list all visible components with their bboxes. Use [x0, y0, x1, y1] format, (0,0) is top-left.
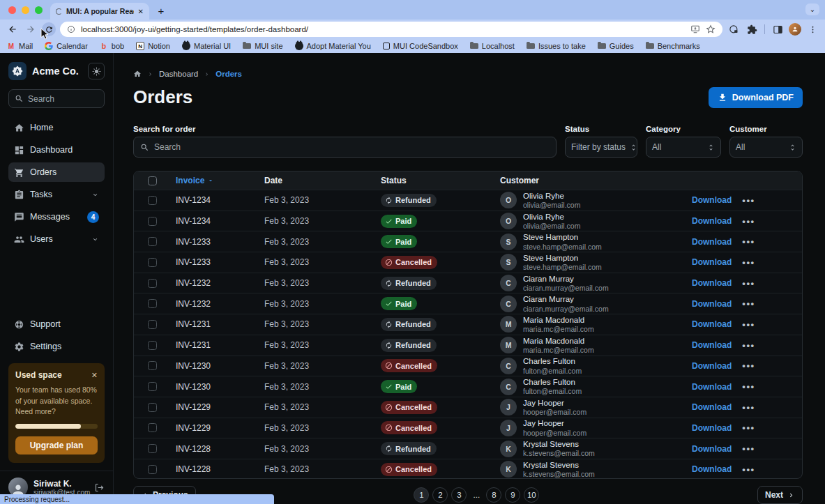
row-checkbox[interactable] [148, 465, 157, 474]
sidebar-item-tasks[interactable]: Tasks [8, 185, 105, 204]
browser-tab[interactable]: MUI: A popular React UI fram ✕ [50, 3, 149, 20]
download-link[interactable]: Download [692, 361, 732, 371]
row-checkbox[interactable] [148, 361, 157, 370]
install-icon[interactable] [690, 24, 700, 34]
row-menu-icon[interactable]: ••• [742, 381, 755, 392]
site-info-icon[interactable] [67, 25, 75, 33]
row-checkbox[interactable] [148, 217, 157, 226]
page-button-8[interactable]: 8 [486, 487, 501, 503]
breadcrumb-dashboard[interactable]: Dashboard [159, 70, 198, 78]
bookmark-item[interactable]: Adopt Material You [295, 42, 371, 50]
close-window-button[interactable] [8, 6, 16, 14]
browser-menu-icon[interactable] [805, 22, 819, 36]
page-button-2[interactable]: 2 [432, 487, 448, 503]
sidebar-item-orders[interactable]: Orders [8, 162, 105, 182]
bookmark-item[interactable]: Benchmarks [646, 42, 700, 50]
profile-avatar[interactable] [789, 23, 801, 36]
url-bar[interactable]: localhost:3000/joy-ui/getting-started/te… [60, 22, 722, 37]
sidebar-item-support[interactable]: Support [8, 314, 105, 334]
download-link[interactable]: Download [692, 340, 732, 350]
download-link[interactable]: Download [692, 278, 732, 288]
brand-logo-icon[interactable] [8, 62, 27, 80]
bookmark-item[interactable]: Mail [7, 42, 33, 50]
download-link[interactable]: Download [692, 299, 732, 309]
row-checkbox[interactable] [148, 299, 157, 308]
extensions-icon[interactable] [745, 22, 759, 36]
tab-list-chevron-icon[interactable]: ⌄ [805, 3, 819, 15]
bookmark-item[interactable]: Material UI [182, 42, 231, 50]
sidebar-item-messages[interactable]: Messages 4 [8, 207, 105, 227]
tab-close-icon[interactable]: ✕ [138, 8, 144, 15]
page-button-10[interactable]: 10 [524, 487, 539, 503]
status-filter-select[interactable]: Filter by status [565, 137, 637, 158]
download-link[interactable]: Download [692, 444, 732, 454]
row-checkbox[interactable] [148, 258, 157, 267]
new-tab-button[interactable]: + [153, 3, 169, 18]
sidebar-search-input[interactable]: Search [8, 89, 105, 108]
page-button-3[interactable]: 3 [451, 487, 467, 503]
row-checkbox[interactable] [148, 341, 157, 350]
row-checkbox[interactable] [148, 237, 157, 246]
download-link[interactable]: Download [692, 423, 732, 433]
download-link[interactable]: Download [692, 216, 732, 226]
url-text[interactable]: localhost:3000/joy-ui/getting-started/te… [81, 25, 685, 33]
row-checkbox[interactable] [148, 196, 157, 205]
theme-toggle-button[interactable] [88, 63, 105, 79]
category-filter-select[interactable]: All [646, 137, 721, 158]
bookmark-item[interactable]: Notion [136, 42, 170, 50]
row-checkbox[interactable] [148, 320, 157, 329]
back-button[interactable] [6, 22, 20, 36]
row-menu-icon[interactable]: ••• [742, 360, 755, 371]
upgrade-plan-button[interactable]: Upgrade plan [15, 436, 98, 455]
download-link[interactable]: Download [692, 464, 732, 474]
row-checkbox[interactable] [148, 403, 157, 412]
row-menu-icon[interactable]: ••• [742, 216, 755, 227]
row-checkbox[interactable] [148, 423, 157, 432]
order-search-input[interactable]: Search [133, 137, 557, 158]
bookmark-item[interactable]: bob [100, 42, 124, 50]
row-menu-icon[interactable]: ••• [742, 298, 755, 309]
minimize-window-button[interactable] [22, 6, 29, 14]
password-extension-icon[interactable] [727, 22, 741, 36]
next-page-button[interactable]: Next [757, 486, 803, 504]
forward-button[interactable] [24, 22, 38, 36]
row-menu-icon[interactable]: ••• [742, 422, 755, 433]
bookmark-item[interactable]: Calendar [45, 42, 88, 50]
row-menu-icon[interactable]: ••• [742, 402, 755, 413]
logout-icon[interactable] [94, 482, 105, 493]
row-menu-icon[interactable]: ••• [742, 443, 755, 454]
bookmark-item[interactable]: MUI CodeSandbox [383, 42, 458, 50]
download-link[interactable]: Download [692, 195, 732, 205]
sidebar-item-settings[interactable]: Settings [8, 337, 105, 356]
download-link[interactable]: Download [692, 237, 732, 247]
bookmark-item[interactable]: MUI site [243, 42, 282, 50]
row-checkbox[interactable] [148, 279, 157, 288]
row-menu-icon[interactable]: ••• [742, 464, 755, 475]
page-button-9[interactable]: 9 [505, 487, 520, 503]
bookmark-star-icon[interactable] [706, 24, 716, 34]
column-header-invoice[interactable]: Invoice [167, 176, 264, 185]
download-link[interactable]: Download [692, 402, 732, 412]
row-menu-icon[interactable]: ••• [742, 257, 755, 268]
row-menu-icon[interactable]: ••• [742, 319, 755, 330]
row-menu-icon[interactable]: ••• [742, 195, 755, 206]
side-panel-icon[interactable] [771, 22, 785, 36]
page-button-1[interactable]: 1 [414, 487, 429, 503]
download-link[interactable]: Download [692, 319, 732, 329]
bookmark-item[interactable]: Localhost [470, 42, 515, 50]
download-link[interactable]: Download [692, 257, 732, 267]
breadcrumb-orders[interactable]: Orders [215, 70, 242, 78]
row-checkbox[interactable] [148, 382, 157, 391]
bookmark-item[interactable]: Guides [598, 42, 634, 50]
row-checkbox[interactable] [148, 444, 157, 453]
row-menu-icon[interactable]: ••• [742, 236, 755, 247]
download-pdf-button[interactable]: Download PDF [709, 87, 803, 108]
row-menu-icon[interactable]: ••• [742, 278, 755, 289]
sidebar-item-users[interactable]: Users [8, 229, 105, 249]
sidebar-item-home[interactable]: Home [8, 118, 105, 137]
row-menu-icon[interactable]: ••• [742, 340, 755, 351]
sidebar-item-dashboard[interactable]: Dashboard [8, 140, 105, 160]
customer-filter-select[interactable]: All [729, 137, 803, 158]
bookmark-item[interactable]: Issues to take [527, 42, 586, 50]
breadcrumb-home-icon[interactable] [133, 70, 142, 78]
